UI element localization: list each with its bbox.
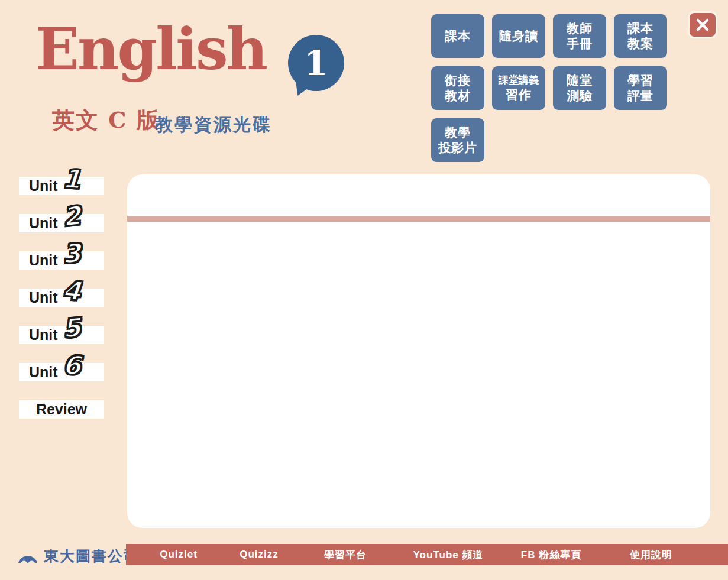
main-content-panel	[127, 174, 710, 528]
unit-4-number: 4	[62, 277, 82, 305]
sidebar-item-unit-5[interactable]: Unit 5	[19, 326, 104, 344]
menu-button-quiz[interactable]: 隨堂 測驗	[553, 66, 606, 110]
footer-link-learning-platform[interactable]: 學習平台	[324, 548, 367, 562]
menu-button-pocket-reader[interactable]: 隨身讀	[492, 14, 545, 58]
publisher-name: 東大圖書公司	[44, 546, 140, 566]
footer-link-youtube-channel[interactable]: YouTube 頻道	[413, 548, 484, 562]
footer-link-user-guide[interactable]: 使用說明	[630, 548, 672, 562]
menu-button-textbook[interactable]: 課本	[431, 14, 484, 58]
menu-button-assessment[interactable]: 學習 評量	[614, 66, 667, 110]
sidebar-item-unit-2[interactable]: Unit 2	[19, 214, 104, 232]
volume-badge: 1	[288, 35, 344, 91]
publisher-logo: 東大圖書公司	[17, 545, 140, 566]
menu-button-bridging-material[interactable]: 銜接 教材	[431, 66, 484, 110]
footer-link-quizizz[interactable]: Quizizz	[240, 549, 279, 560]
footer-link-fb-fanpage[interactable]: FB 粉絲專頁	[521, 548, 581, 562]
sidebar-item-review[interactable]: Review	[19, 400, 104, 419]
footer-link-bar: Quizlet Quizizz 學習平台 YouTube 頻道 FB 粉絲專頁 …	[126, 544, 728, 565]
menu-button-lesson-plan[interactable]: 課本 教案	[614, 14, 667, 58]
menu-button-teaching-slides[interactable]: 教學 投影片	[431, 118, 484, 162]
app-window: English 1 英文 C 版 教學資源光碟 課本 隨身讀 教師 手冊 課本 …	[0, 0, 728, 580]
tagline-label: 教學資源光碟	[155, 113, 272, 137]
menu-button-class-handout-workbook[interactable]: 課堂講義 習作	[492, 66, 545, 110]
sidebar-item-unit-6[interactable]: Unit 6	[19, 363, 104, 381]
sidebar-item-unit-1[interactable]: Unit 1	[19, 177, 104, 195]
unit-3-number: 3	[62, 240, 82, 267]
unit-1-number: 1	[62, 166, 82, 193]
unit-6-number: 6	[62, 352, 82, 379]
brand-title: English	[35, 18, 266, 81]
close-button[interactable]	[688, 11, 717, 38]
bridge-arch-icon	[17, 547, 39, 565]
volume-number: 1	[304, 46, 328, 80]
content-divider	[127, 216, 710, 222]
close-icon	[695, 18, 710, 32]
unit-2-number: 2	[62, 203, 82, 231]
sidebar-item-unit-3[interactable]: Unit 3	[19, 251, 104, 270]
edition-label: 英文 C 版	[52, 105, 160, 135]
footer-link-quizlet[interactable]: Quizlet	[160, 549, 198, 560]
sidebar-item-unit-4[interactable]: Unit 4	[19, 289, 104, 307]
resource-menu: 課本 隨身讀 教師 手冊 課本 教案 銜接 教材 課堂講義 習作 隨堂 測驗 學…	[431, 14, 667, 162]
menu-button-teacher-manual[interactable]: 教師 手冊	[553, 14, 606, 58]
unit-5-number: 5	[62, 315, 82, 342]
